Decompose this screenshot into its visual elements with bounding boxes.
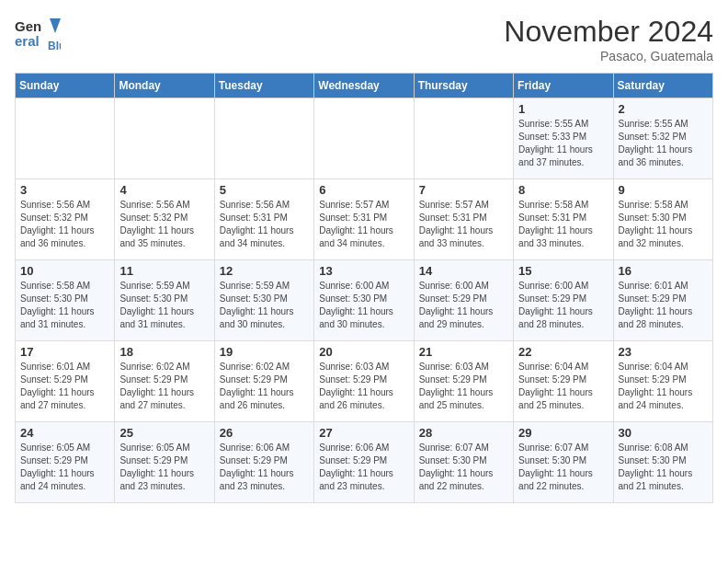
day-number: 16 [619,264,708,278]
day-info: Sunrise: 6:02 AM Sunset: 5:29 PM Dayligh… [220,361,309,412]
day-number: 3 [20,183,109,197]
calendar-cell: 19Sunrise: 6:02 AM Sunset: 5:29 PM Dayli… [214,341,313,422]
day-number: 13 [319,264,408,278]
day-info: Sunrise: 5:58 AM Sunset: 5:30 PM Dayligh… [20,280,109,331]
day-info: Sunrise: 6:01 AM Sunset: 5:29 PM Dayligh… [619,280,708,331]
calendar-cell: 12Sunrise: 5:59 AM Sunset: 5:30 PM Dayli… [214,260,313,341]
calendar-cell: 3Sunrise: 5:56 AM Sunset: 5:32 PM Daylig… [16,179,115,260]
day-info: Sunrise: 5:56 AM Sunset: 5:32 PM Dayligh… [119,199,209,250]
title-block: November 2024 Pasaco, Guatemala [504,15,713,63]
week-row-3: 10Sunrise: 5:58 AM Sunset: 5:30 PM Dayli… [16,260,713,341]
svg-marker-2 [50,18,61,33]
day-number: 15 [518,264,608,278]
calendar-cell: 20Sunrise: 6:03 AM Sunset: 5:29 PM Dayli… [314,341,414,422]
day-info: Sunrise: 6:00 AM Sunset: 5:29 PM Dayligh… [518,280,608,331]
day-info: Sunrise: 5:57 AM Sunset: 5:31 PM Dayligh… [319,199,408,250]
day-number: 29 [518,426,608,440]
day-number: 19 [220,345,309,359]
calendar-cell: 10Sunrise: 5:58 AM Sunset: 5:30 PM Dayli… [16,260,115,341]
day-number: 26 [220,426,309,440]
day-number: 20 [319,345,408,359]
day-info: Sunrise: 5:56 AM Sunset: 5:31 PM Dayligh… [220,199,309,250]
day-info: Sunrise: 5:56 AM Sunset: 5:32 PM Dayligh… [20,199,109,250]
day-number: 6 [319,183,408,197]
svg-text:Gen: Gen [15,18,41,34]
logo-svg: Gen eral Blue [15,15,61,53]
day-number: 14 [419,264,508,278]
calendar-cell: 13Sunrise: 6:00 AM Sunset: 5:30 PM Dayli… [314,260,414,341]
day-info: Sunrise: 6:07 AM Sunset: 5:30 PM Dayligh… [419,442,508,493]
day-number: 5 [220,183,309,197]
calendar-cell: 7Sunrise: 5:57 AM Sunset: 5:31 PM Daylig… [414,179,513,260]
calendar-cell: 15Sunrise: 6:00 AM Sunset: 5:29 PM Dayli… [514,260,613,341]
day-number: 10 [20,264,109,278]
calendar-cell: 24Sunrise: 6:05 AM Sunset: 5:29 PM Dayli… [16,422,115,503]
day-info: Sunrise: 5:58 AM Sunset: 5:31 PM Dayligh… [518,199,608,250]
day-number: 17 [20,345,109,359]
week-row-1: 1Sunrise: 5:55 AM Sunset: 5:33 PM Daylig… [16,98,713,179]
month-title: November 2024 [504,15,713,49]
calendar-cell: 25Sunrise: 6:05 AM Sunset: 5:29 PM Dayli… [115,422,214,503]
svg-text:eral: eral [15,33,40,49]
calendar-cell: 16Sunrise: 6:01 AM Sunset: 5:29 PM Dayli… [613,260,712,341]
calendar-table: SundayMondayTuesdayWednesdayThursdayFrid… [15,73,713,503]
header-tuesday: Tuesday [214,74,313,98]
calendar-cell: 9Sunrise: 5:58 AM Sunset: 5:30 PM Daylig… [613,179,712,260]
day-info: Sunrise: 6:00 AM Sunset: 5:29 PM Dayligh… [419,280,508,331]
day-number: 4 [119,183,209,197]
day-info: Sunrise: 6:03 AM Sunset: 5:29 PM Dayligh… [319,361,408,412]
day-info: Sunrise: 6:04 AM Sunset: 5:29 PM Dayligh… [619,361,708,412]
day-number: 18 [119,345,209,359]
day-info: Sunrise: 6:05 AM Sunset: 5:29 PM Dayligh… [119,442,209,493]
calendar-cell: 5Sunrise: 5:56 AM Sunset: 5:31 PM Daylig… [214,179,313,260]
logo: Gen eral Blue [15,15,61,53]
day-info: Sunrise: 5:59 AM Sunset: 5:30 PM Dayligh… [220,280,309,331]
day-info: Sunrise: 5:57 AM Sunset: 5:31 PM Dayligh… [419,199,508,250]
day-number: 8 [518,183,608,197]
calendar-cell: 27Sunrise: 6:06 AM Sunset: 5:29 PM Dayli… [314,422,414,503]
header-thursday: Thursday [414,74,513,98]
week-row-4: 17Sunrise: 6:01 AM Sunset: 5:29 PM Dayli… [16,341,713,422]
day-number: 22 [518,345,608,359]
header-row: SundayMondayTuesdayWednesdayThursdayFrid… [16,74,713,98]
calendar-cell [16,98,115,179]
day-number: 30 [619,426,708,440]
calendar-cell [414,98,513,179]
day-info: Sunrise: 6:01 AM Sunset: 5:29 PM Dayligh… [20,361,109,412]
calendar-cell: 11Sunrise: 5:59 AM Sunset: 5:30 PM Dayli… [115,260,214,341]
day-number: 11 [119,264,209,278]
calendar-cell: 8Sunrise: 5:58 AM Sunset: 5:31 PM Daylig… [514,179,613,260]
week-row-5: 24Sunrise: 6:05 AM Sunset: 5:29 PM Dayli… [16,422,713,503]
calendar-cell: 14Sunrise: 6:00 AM Sunset: 5:29 PM Dayli… [414,260,513,341]
page-header: Gen eral Blue November 2024 Pasaco, Guat… [15,15,713,63]
calendar-cell: 29Sunrise: 6:07 AM Sunset: 5:30 PM Dayli… [514,422,613,503]
week-row-2: 3Sunrise: 5:56 AM Sunset: 5:32 PM Daylig… [16,179,713,260]
day-info: Sunrise: 6:06 AM Sunset: 5:29 PM Dayligh… [220,442,309,493]
calendar-cell: 2Sunrise: 5:55 AM Sunset: 5:32 PM Daylig… [613,98,712,179]
header-saturday: Saturday [613,74,712,98]
day-number: 28 [419,426,508,440]
day-number: 9 [619,183,708,197]
calendar-cell: 26Sunrise: 6:06 AM Sunset: 5:29 PM Dayli… [214,422,313,503]
day-info: Sunrise: 5:59 AM Sunset: 5:30 PM Dayligh… [119,280,209,331]
svg-text:Blue: Blue [48,40,61,52]
day-number: 23 [619,345,708,359]
day-info: Sunrise: 6:07 AM Sunset: 5:30 PM Dayligh… [518,442,608,493]
calendar-cell [314,98,414,179]
day-number: 27 [319,426,408,440]
day-info: Sunrise: 6:00 AM Sunset: 5:30 PM Dayligh… [319,280,408,331]
day-info: Sunrise: 6:08 AM Sunset: 5:30 PM Dayligh… [619,442,708,493]
calendar-cell [214,98,313,179]
day-number: 24 [20,426,109,440]
calendar-cell: 22Sunrise: 6:04 AM Sunset: 5:29 PM Dayli… [514,341,613,422]
day-info: Sunrise: 6:03 AM Sunset: 5:29 PM Dayligh… [419,361,508,412]
day-info: Sunrise: 6:06 AM Sunset: 5:29 PM Dayligh… [319,442,408,493]
location: Pasaco, Guatemala [504,49,713,63]
calendar-cell: 21Sunrise: 6:03 AM Sunset: 5:29 PM Dayli… [414,341,513,422]
day-number: 21 [419,345,508,359]
day-info: Sunrise: 5:58 AM Sunset: 5:30 PM Dayligh… [619,199,708,250]
day-number: 7 [419,183,508,197]
calendar-cell: 1Sunrise: 5:55 AM Sunset: 5:33 PM Daylig… [514,98,613,179]
day-info: Sunrise: 6:04 AM Sunset: 5:29 PM Dayligh… [518,361,608,412]
header-monday: Monday [115,74,214,98]
